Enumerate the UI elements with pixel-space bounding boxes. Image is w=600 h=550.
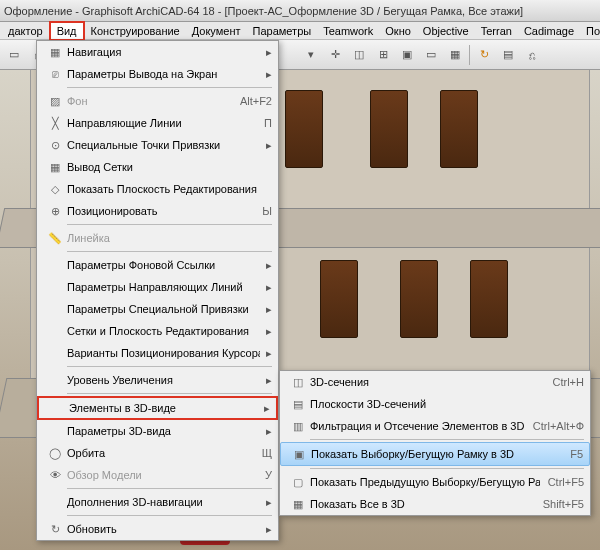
menu-item-label: Специальные Точки Привязки <box>67 139 260 151</box>
ruler-icon: 📏 <box>43 232 67 245</box>
submenu-arrow-icon: ▸ <box>260 374 272 387</box>
separator <box>67 515 272 516</box>
toolbar-icon[interactable]: ⊞ <box>373 45 393 65</box>
menu-item-label: 3D-сечения <box>310 376 545 388</box>
view-menu-item[interactable]: ⊕ПозиционироватьЫ <box>37 200 278 222</box>
separator <box>310 468 584 469</box>
explore-icon: 👁 <box>43 469 67 481</box>
view-menu-item[interactable]: ▦Вывод Сетки <box>37 156 278 178</box>
shortcut: Alt+F2 <box>232 95 272 107</box>
shortcut: П <box>256 117 272 129</box>
menu-документ[interactable]: Документ <box>186 23 247 39</box>
menu-item-label: Навигация <box>67 46 260 58</box>
toolbar-dropdown-icon[interactable]: ▾ <box>301 45 321 65</box>
menu-параметры[interactable]: Параметры <box>247 23 318 39</box>
guides-icon: ╳ <box>43 117 67 130</box>
menu-item-label: Плоскости 3D-сечений <box>310 398 584 410</box>
menu-item-label: Фильтрация и Отсечение Элементов в 3D... <box>310 420 525 432</box>
view-menu-item[interactable]: Параметры Специальной Привязки▸ <box>37 298 278 320</box>
snap-icon: ⊙ <box>43 139 67 152</box>
submenu-arrow-icon: ▸ <box>260 46 272 59</box>
elements-3d-item[interactable]: ▦Показать Все в 3DShift+F5 <box>280 493 590 515</box>
elements-3d-submenu: ◫3D-сеченияCtrl+Н▤Плоскости 3D-сечений▥Ф… <box>279 370 591 516</box>
submenu-arrow-icon: ▸ <box>260 303 272 316</box>
view-menu-item[interactable]: ◇Показать Плоскость Редактирования <box>37 178 278 200</box>
menu-item-label: Параметры 3D-вида <box>67 425 260 437</box>
menu-cadimage[interactable]: Cadimage <box>518 23 580 39</box>
view-menu-item[interactable]: Дополнения 3D-навигации▸ <box>37 491 278 513</box>
toolbar-icon[interactable]: ▤ <box>498 45 518 65</box>
menu-bar: дакторВидКонструированиеДокументПараметр… <box>0 22 600 40</box>
submenu-arrow-icon: ▸ <box>258 402 270 415</box>
menu-item-label: Обновить <box>67 523 260 535</box>
shortcut: Ctrl+Н <box>545 376 584 388</box>
shortcut: Shift+F5 <box>535 498 584 510</box>
menu-item-label: Обзор Модели <box>67 469 257 481</box>
view-menu-item[interactable]: ⎚Параметры Вывода на Экран▸ <box>37 63 278 85</box>
toolbar-icon[interactable]: ▦ <box>445 45 465 65</box>
nav-icon: ▦ <box>43 46 67 59</box>
view-menu-item: 👁Обзор МоделиУ <box>37 464 278 486</box>
view-menu-item: 📏Линейка <box>37 227 278 249</box>
menu-вид[interactable]: Вид <box>49 21 85 41</box>
menu-teamwork[interactable]: Teamwork <box>317 23 379 39</box>
view-menu-item[interactable]: Варианты Позиционирования Курсора▸ <box>37 342 278 364</box>
view-menu-item[interactable]: ▦Навигация▸ <box>37 41 278 63</box>
view-menu-item[interactable]: Уровень Увеличения▸ <box>37 369 278 391</box>
elements-3d-item[interactable]: ▤Плоскости 3D-сечений <box>280 393 590 415</box>
menu-item-label: Показать Все в 3D <box>310 498 535 510</box>
menu-item-label: Элементы в 3D-виде <box>69 402 258 414</box>
separator <box>67 366 272 367</box>
menu-item-label: Фон <box>67 95 232 107</box>
title-text: Оформление - Graphisoft ArchiCAD-64 18 -… <box>4 5 523 17</box>
toolbar-icon[interactable]: ↻ <box>474 45 494 65</box>
toolbar-icon[interactable]: ▭ <box>4 45 24 65</box>
shortcut: Ctrl+Alt+Ф <box>525 420 584 432</box>
view-menu-item[interactable]: ↻Обновить▸ <box>37 518 278 540</box>
menu-дактор[interactable]: дактор <box>2 23 49 39</box>
view-menu-item[interactable]: Элементы в 3D-виде▸ <box>37 396 278 420</box>
menu-помощь[interactable]: Помощь <box>580 23 600 39</box>
all-icon: ▦ <box>286 498 310 511</box>
elements-3d-item[interactable]: ▣Показать Выборку/Бегущую Рамку в 3DF5 <box>280 442 590 466</box>
elements-3d-item[interactable]: ◫3D-сеченияCtrl+Н <box>280 371 590 393</box>
toolbar-icon[interactable]: ⎌ <box>522 45 542 65</box>
view-menu-item[interactable]: ◯ОрбитаЩ <box>37 442 278 464</box>
view-menu-item[interactable]: Сетки и Плоскость Редактирования▸ <box>37 320 278 342</box>
menu-item-label: Параметры Направляющих Линий <box>67 281 260 293</box>
menu-окно[interactable]: Окно <box>379 23 417 39</box>
separator <box>67 87 272 88</box>
sect-icon: ◫ <box>286 376 310 389</box>
menu-конструирование[interactable]: Конструирование <box>85 23 186 39</box>
prev-icon: ▢ <box>286 476 310 489</box>
toolbar-sep <box>469 45 470 65</box>
shortcut: Ctrl+F5 <box>540 476 584 488</box>
toolbar-icon[interactable]: ▣ <box>397 45 417 65</box>
shortcut: Ы <box>254 205 272 217</box>
bg-icon: ▨ <box>43 95 67 108</box>
menu-objective[interactable]: Objective <box>417 23 475 39</box>
elements-3d-item[interactable]: ▢Показать Предыдущую Выборку/Бегущую Рам… <box>280 471 590 493</box>
submenu-arrow-icon: ▸ <box>260 281 272 294</box>
toolbar-icon[interactable]: ✛ <box>325 45 345 65</box>
menu-item-label: Дополнения 3D-навигации <box>67 496 260 508</box>
pos-icon: ⊕ <box>43 205 67 218</box>
view-menu-item[interactable]: Параметры Фоновой Ссылки▸ <box>37 254 278 276</box>
separator <box>67 251 272 252</box>
separator <box>67 224 272 225</box>
view-menu-item[interactable]: Параметры Направляющих Линий▸ <box>37 276 278 298</box>
toolbar-icon[interactable]: ▭ <box>421 45 441 65</box>
menu-item-label: Варианты Позиционирования Курсора <box>67 347 260 359</box>
submenu-arrow-icon: ▸ <box>260 139 272 152</box>
elements-3d-item[interactable]: ▥Фильтрация и Отсечение Элементов в 3D..… <box>280 415 590 437</box>
view-menu-item: ▨ФонAlt+F2 <box>37 90 278 112</box>
toolbar-icon[interactable]: ◫ <box>349 45 369 65</box>
view-menu-item[interactable]: ⊙Специальные Точки Привязки▸ <box>37 134 278 156</box>
submenu-arrow-icon: ▸ <box>260 325 272 338</box>
shortcut: Щ <box>254 447 272 459</box>
view-menu-item[interactable]: ╳Направляющие ЛинииП <box>37 112 278 134</box>
menu-terran[interactable]: Terran <box>475 23 518 39</box>
shortcut: F5 <box>562 448 583 460</box>
submenu-arrow-icon: ▸ <box>260 259 272 272</box>
view-menu-item[interactable]: Параметры 3D-вида▸ <box>37 420 278 442</box>
